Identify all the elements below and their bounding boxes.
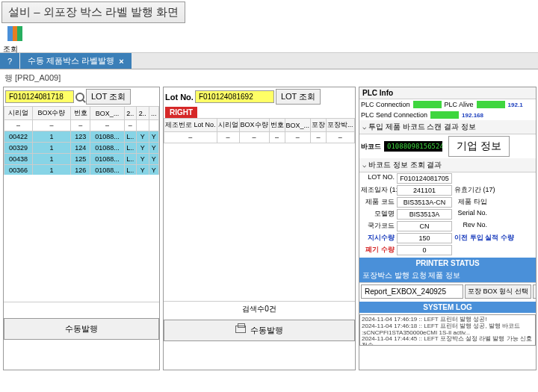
chart-icon[interactable]: [7, 26, 22, 41]
info-value: CN: [397, 221, 452, 231]
lot-search-button-left[interactable]: LOT 조회: [86, 89, 131, 105]
tab-1[interactable]: ?: [0, 53, 19, 69]
barcode-label: 바코드: [361, 142, 381, 152]
chevron-down-icon[interactable]: ⌵: [362, 161, 366, 169]
right-panel: PLC Info PLC Connection PLC Alive 192.1 …: [359, 87, 537, 370]
info-value: 0: [397, 245, 452, 255]
info-value: 241101: [397, 185, 452, 196]
tab-2[interactable]: 수동 제품박스 라벨발행 ×: [20, 53, 132, 69]
ip-address: 192.1: [508, 102, 523, 108]
printer-icon: [235, 326, 246, 333]
info-label: 제품 코드: [361, 197, 397, 208]
lot-no-label: Lot No.: [165, 93, 194, 102]
table-row[interactable]: 00329112401088...L..YY: [4, 143, 159, 154]
middle-panel: Lot No. LOT 조회 RIGHT 제조번로 Lot No.시리얼BOX수…: [163, 87, 356, 370]
info-label: Serial No.: [452, 209, 489, 220]
breadcrumb: 행 [PRD_A009]: [0, 69, 538, 87]
info-label: 폐기 수량: [361, 245, 397, 255]
tab-bar: ? 수동 제품박스 라벨발행 ×: [0, 53, 538, 69]
info-label: Rev No.: [452, 221, 489, 231]
manual-issue-button-left[interactable]: 수동발행: [4, 318, 159, 340]
info-value: BIS3513A-CN: [397, 197, 452, 208]
lot-input-left[interactable]: [5, 90, 74, 103]
info-value: BIS3513A: [397, 209, 452, 220]
company-info: 기업 정보: [448, 136, 510, 157]
plc-info-title: PLC Info: [362, 89, 393, 97]
toolbar-label: 조회: [3, 44, 535, 55]
lot-search-button-mid[interactable]: LOT 조회: [276, 89, 321, 105]
window-title: 설비 – 외포장 박스 라벨 발행 화면: [1, 1, 185, 23]
tab-label: ?: [7, 57, 12, 66]
toolbar: 조회: [0, 23, 538, 53]
search-icon[interactable]: [75, 93, 84, 102]
report-name-input[interactable]: [361, 284, 463, 299]
info-value: 150: [397, 233, 452, 243]
box-format-button[interactable]: 포장 BOX 형식 선택: [465, 284, 531, 299]
info-label: 지시수량: [361, 233, 397, 243]
left-grid[interactable]: 시리얼BOX수량번호BOX_...2..2..... ––––– 0042211…: [4, 106, 159, 175]
info-value: F010124081705: [397, 173, 452, 184]
badge-right: RIGHT: [165, 107, 197, 118]
info-label: 모델명: [361, 209, 397, 220]
plc-conn-label: PLC Connection: [361, 101, 410, 108]
info-label: 제조일자 (11): [361, 185, 397, 196]
info-label: 유효기간 (17): [452, 185, 489, 196]
section-title: 바코드 정보 조회 결과: [368, 160, 442, 170]
info-label: LOT NO.: [361, 173, 397, 184]
info-label: 국가코드: [361, 221, 397, 231]
led-icon: [477, 101, 505, 108]
info-label: 제품 타입: [452, 197, 489, 208]
chevron-down-icon[interactable]: ⌵: [362, 123, 366, 131]
manual-issue-button-mid[interactable]: 수동발행: [164, 320, 355, 341]
table-row[interactable]: 00438112501088...L..YY: [4, 154, 159, 165]
plc-alive-label: PLC Alive: [445, 101, 474, 108]
close-icon[interactable]: ×: [119, 57, 123, 66]
table-row[interactable]: 00366112601088...L..YY: [4, 165, 159, 175]
tab-label: 수동 제품박스 라벨발행: [28, 55, 114, 66]
result-count: 검색수0건: [164, 301, 355, 317]
left-panel: LOT 조회 시리얼BOX수량번호BOX_...2..2..... ––––– …: [3, 87, 160, 370]
section-title: 투입 제품 바코드 스캔 결과 정보: [368, 122, 476, 132]
system-log: 2024-11-04 17:46:19 :: LEFT 프린터 발행 성공!20…: [359, 314, 536, 346]
barcode-display: 01088098156524: [384, 141, 442, 152]
system-log-title: SYSTEM LOG: [359, 302, 536, 313]
barcode-button[interactable]: 바코드: [533, 284, 537, 299]
section-title: 포장박스 발행 요청 제품 정보: [362, 270, 460, 281]
mid-grid[interactable]: 제조번로 Lot No.시리얼BOX수량번호BOX_...포장포장박...LO.…: [164, 118, 355, 143]
printer-status-title: PRINTER STATUS: [359, 258, 536, 269]
ip-address: 192.168: [462, 112, 483, 119]
led-icon: [430, 111, 459, 119]
led-icon: [413, 101, 442, 108]
info-label: 이전 투입 실적 수량: [452, 233, 512, 243]
lot-input-mid[interactable]: [195, 90, 274, 103]
table-row[interactable]: 00422112301088...L..YY: [4, 131, 159, 143]
plc-send-label: PLC Send Connection: [361, 111, 427, 119]
